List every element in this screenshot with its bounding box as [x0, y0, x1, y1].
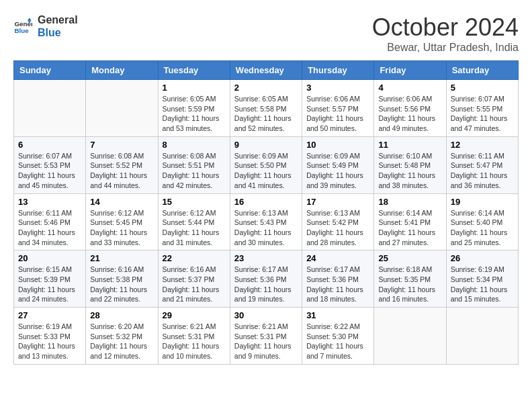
day-info: Sunrise: 6:14 AMSunset: 5:40 PMDaylight:…: [451, 208, 514, 248]
day-info: Sunrise: 6:22 AMSunset: 5:30 PMDaylight:…: [306, 322, 369, 361]
day-info: Sunrise: 6:21 AMSunset: 5:31 PMDaylight:…: [234, 322, 298, 361]
day-number: 11: [378, 140, 441, 150]
calendar-cell: 10Sunrise: 6:09 AMSunset: 5:49 PMDayligh…: [302, 136, 374, 193]
day-number: 28: [90, 310, 153, 320]
day-info: Sunrise: 6:14 AMSunset: 5:41 PMDaylight:…: [378, 208, 441, 248]
day-info: Sunrise: 6:09 AMSunset: 5:50 PMDaylight:…: [234, 151, 298, 191]
day-info: Sunrise: 6:17 AMSunset: 5:36 PMDaylight:…: [234, 265, 298, 304]
day-number: 10: [306, 140, 369, 150]
day-info: Sunrise: 6:18 AMSunset: 5:35 PMDaylight:…: [378, 265, 441, 304]
calendar-cell: 14Sunrise: 6:12 AMSunset: 5:45 PMDayligh…: [86, 193, 158, 250]
calendar-cell: 6Sunrise: 6:07 AMSunset: 5:53 PMDaylight…: [14, 136, 86, 193]
calendar-table: SundayMondayTuesdayWednesdayThursdayFrid…: [13, 60, 519, 365]
day-info: Sunrise: 6:15 AMSunset: 5:39 PMDaylight:…: [18, 265, 81, 304]
calendar-cell: 2Sunrise: 6:05 AMSunset: 5:58 PMDaylight…: [230, 80, 302, 137]
month-title: October 2024: [372, 13, 519, 42]
calendar-cell: 16Sunrise: 6:13 AMSunset: 5:43 PMDayligh…: [230, 193, 302, 250]
calendar-cell: 26Sunrise: 6:19 AMSunset: 5:34 PMDayligh…: [446, 250, 518, 308]
day-info: Sunrise: 6:11 AMSunset: 5:46 PMDaylight:…: [18, 208, 81, 248]
day-info: Sunrise: 6:05 AMSunset: 5:59 PMDaylight:…: [163, 94, 226, 134]
calendar-cell: 12Sunrise: 6:11 AMSunset: 5:47 PMDayligh…: [446, 136, 518, 193]
calendar-cell: 30Sunrise: 6:21 AMSunset: 5:31 PMDayligh…: [230, 308, 302, 365]
header-monday: Monday: [86, 61, 158, 80]
day-number: 9: [234, 140, 298, 150]
logo-general: General: [38, 13, 78, 26]
calendar-cell: 20Sunrise: 6:15 AMSunset: 5:39 PMDayligh…: [14, 250, 86, 308]
header-friday: Friday: [374, 61, 446, 80]
header-saturday: Saturday: [446, 61, 518, 80]
day-number: 13: [18, 197, 81, 207]
day-info: Sunrise: 6:08 AMSunset: 5:52 PMDaylight:…: [90, 151, 153, 191]
day-info: Sunrise: 6:19 AMSunset: 5:34 PMDaylight:…: [451, 265, 514, 304]
day-info: Sunrise: 6:08 AMSunset: 5:51 PMDaylight:…: [163, 151, 226, 191]
calendar-cell: 4Sunrise: 6:06 AMSunset: 5:56 PMDaylight…: [374, 80, 446, 137]
logo-icon: General Blue: [13, 17, 32, 36]
day-number: 1: [163, 83, 226, 93]
calendar-cell: 7Sunrise: 6:08 AMSunset: 5:52 PMDaylight…: [86, 136, 158, 193]
calendar-cell: 22Sunrise: 6:16 AMSunset: 5:37 PMDayligh…: [158, 250, 230, 308]
page-header: General Blue General Blue October 2024 B…: [13, 13, 519, 54]
calendar-cell: 8Sunrise: 6:08 AMSunset: 5:51 PMDaylight…: [158, 136, 230, 193]
calendar-cell: 3Sunrise: 6:06 AMSunset: 5:57 PMDaylight…: [302, 80, 374, 137]
logo: General Blue General Blue: [13, 13, 78, 39]
day-number: 12: [451, 140, 514, 150]
calendar-cell: 17Sunrise: 6:13 AMSunset: 5:42 PMDayligh…: [302, 193, 374, 250]
day-number: 3: [306, 83, 369, 93]
day-number: 5: [451, 83, 514, 93]
day-number: 6: [18, 140, 81, 150]
day-info: Sunrise: 6:19 AMSunset: 5:33 PMDaylight:…: [18, 322, 81, 361]
day-number: 20: [18, 253, 81, 263]
title-block: October 2024 Bewar, Uttar Pradesh, India: [372, 13, 519, 54]
calendar-cell: 29Sunrise: 6:21 AMSunset: 5:31 PMDayligh…: [158, 308, 230, 365]
day-info: Sunrise: 6:12 AMSunset: 5:45 PMDaylight:…: [90, 208, 153, 248]
day-info: Sunrise: 6:07 AMSunset: 5:53 PMDaylight:…: [18, 151, 81, 191]
calendar-cell: 13Sunrise: 6:11 AMSunset: 5:46 PMDayligh…: [14, 193, 86, 250]
day-number: 2: [234, 83, 298, 93]
calendar-cell: [374, 308, 446, 365]
svg-text:Blue: Blue: [14, 27, 29, 34]
header-sunday: Sunday: [14, 61, 86, 80]
calendar-cell: 15Sunrise: 6:12 AMSunset: 5:44 PMDayligh…: [158, 193, 230, 250]
calendar-cell: 5Sunrise: 6:07 AMSunset: 5:55 PMDaylight…: [446, 80, 518, 137]
day-number: 4: [378, 83, 441, 93]
calendar-cell: [446, 308, 518, 365]
calendar-cell: 25Sunrise: 6:18 AMSunset: 5:35 PMDayligh…: [374, 250, 446, 308]
calendar-cell: 24Sunrise: 6:17 AMSunset: 5:36 PMDayligh…: [302, 250, 374, 308]
day-number: 18: [378, 197, 441, 207]
day-info: Sunrise: 6:13 AMSunset: 5:43 PMDaylight:…: [234, 208, 298, 248]
calendar-cell: 21Sunrise: 6:16 AMSunset: 5:38 PMDayligh…: [86, 250, 158, 308]
day-info: Sunrise: 6:13 AMSunset: 5:42 PMDaylight:…: [306, 208, 369, 248]
header-thursday: Thursday: [302, 61, 374, 80]
day-number: 7: [90, 140, 153, 150]
calendar-cell: 27Sunrise: 6:19 AMSunset: 5:33 PMDayligh…: [14, 308, 86, 365]
calendar-cell: 9Sunrise: 6:09 AMSunset: 5:50 PMDaylight…: [230, 136, 302, 193]
day-info: Sunrise: 6:06 AMSunset: 5:57 PMDaylight:…: [306, 94, 369, 134]
calendar-week-3: 13Sunrise: 6:11 AMSunset: 5:46 PMDayligh…: [14, 193, 519, 250]
day-info: Sunrise: 6:11 AMSunset: 5:47 PMDaylight:…: [451, 151, 514, 191]
calendar-cell: 19Sunrise: 6:14 AMSunset: 5:40 PMDayligh…: [446, 193, 518, 250]
location-subtitle: Bewar, Uttar Pradesh, India: [372, 42, 519, 54]
day-info: Sunrise: 6:07 AMSunset: 5:55 PMDaylight:…: [451, 94, 514, 134]
calendar-week-2: 6Sunrise: 6:07 AMSunset: 5:53 PMDaylight…: [14, 136, 519, 193]
day-number: 25: [378, 253, 441, 263]
calendar-week-5: 27Sunrise: 6:19 AMSunset: 5:33 PMDayligh…: [14, 308, 519, 365]
day-number: 16: [234, 197, 298, 207]
day-number: 26: [451, 253, 514, 263]
day-number: 15: [163, 197, 226, 207]
day-info: Sunrise: 6:17 AMSunset: 5:36 PMDaylight:…: [306, 265, 369, 304]
calendar-cell: 31Sunrise: 6:22 AMSunset: 5:30 PMDayligh…: [302, 308, 374, 365]
day-info: Sunrise: 6:09 AMSunset: 5:49 PMDaylight:…: [306, 151, 369, 191]
day-info: Sunrise: 6:20 AMSunset: 5:32 PMDaylight:…: [90, 322, 153, 361]
day-info: Sunrise: 6:10 AMSunset: 5:48 PMDaylight:…: [378, 151, 441, 191]
header-wednesday: Wednesday: [230, 61, 302, 80]
calendar-cell: 11Sunrise: 6:10 AMSunset: 5:48 PMDayligh…: [374, 136, 446, 193]
calendar-cell: 1Sunrise: 6:05 AMSunset: 5:59 PMDaylight…: [158, 80, 230, 137]
calendar-cell: 18Sunrise: 6:14 AMSunset: 5:41 PMDayligh…: [374, 193, 446, 250]
header-tuesday: Tuesday: [158, 61, 230, 80]
day-info: Sunrise: 6:05 AMSunset: 5:58 PMDaylight:…: [234, 94, 298, 134]
day-number: 21: [90, 253, 153, 263]
day-info: Sunrise: 6:06 AMSunset: 5:56 PMDaylight:…: [378, 94, 441, 134]
svg-marker-2: [28, 18, 32, 21]
day-info: Sunrise: 6:21 AMSunset: 5:31 PMDaylight:…: [163, 322, 226, 361]
calendar-week-4: 20Sunrise: 6:15 AMSunset: 5:39 PMDayligh…: [14, 250, 519, 308]
